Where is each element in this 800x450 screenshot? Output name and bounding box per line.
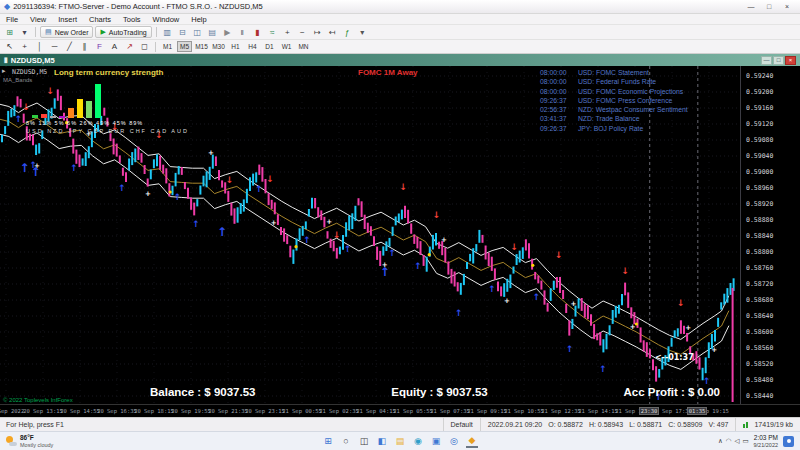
status-high: H: 0.58943 [589,421,623,428]
new-order-button[interactable]: ▤ New Order [40,26,93,38]
bar-chart-button[interactable]: ‖ [236,26,249,38]
menu-item[interactable]: File [0,15,24,24]
menu-item[interactable]: Tools [117,15,147,24]
status-help-text: For Help, press F1 [0,421,443,428]
chart-restore-button[interactable]: □ [773,56,784,65]
wifi-icon[interactable]: ◠ [726,437,732,445]
chart-shift-button[interactable]: ↤ [326,26,339,38]
svg-text:↓: ↓ [333,230,341,240]
timeframe-button[interactable]: M1 [160,41,175,52]
chart-area[interactable]: ↑↑↑↑↑↑↑↑↑↑↑↑↑↑↑↑↑↑↓↓↓↓↓↓↓↓↓↓↓↓↓+++++++++… [0,66,800,404]
toolbox-button[interactable]: ▤ [206,26,219,38]
chart-window-titlebar[interactable]: ▮ NZDUSD,M5 — □ × [0,54,800,66]
market-watch-button[interactable]: ▥ [161,26,174,38]
news-item: 03:41:37 NZD: Trade Balance [540,114,730,123]
metatrader5-icon[interactable]: ◆ [466,434,478,448]
store-icon[interactable]: ▣ [430,434,442,448]
widgets-icon[interactable]: ◧ [376,434,388,448]
time-axis-label: 21 Sep 05:55 [393,408,433,414]
status-low: L: 0.58871 [629,421,662,428]
news-item: 08:00:00 USD: Federal Funds Rate [540,77,730,86]
text-tool[interactable]: A [108,41,121,53]
svg-text:↓: ↓ [622,266,630,276]
menu-item[interactable]: View [24,15,52,24]
menu-item[interactable]: Window [147,15,186,24]
outlook-icon[interactable]: ◎ [448,434,460,448]
menu-item[interactable]: Charts [83,15,117,24]
fibonacci-tool[interactable]: F [93,41,106,53]
menu-item[interactable]: Help [185,15,212,24]
status-open: O: 0.58872 [548,421,583,428]
task-view-icon[interactable]: ◫ [358,434,370,448]
chart-window-title: NZDUSD,M5 [11,56,55,65]
zoom-out-button[interactable]: − [296,26,309,38]
tray-chevron-icon[interactable]: ∧ [718,437,723,445]
search-icon[interactable]: ○ [340,434,352,448]
weather-widget[interactable]: 86°F Mostly cloudy [6,434,53,447]
chart-close-button[interactable]: × [785,56,796,65]
data-window-button[interactable]: ⊟ [176,26,189,38]
timeframe-button[interactable]: M15 [194,41,209,52]
channel-tool[interactable]: ∥ [78,41,91,53]
file-explorer-icon[interactable]: ▤ [394,434,406,448]
period-dropdown-button[interactable]: ▾ [356,26,369,38]
price-scale[interactable]: 0.592400.592000.591600.591200.590800.590… [740,66,800,404]
candlestick-chart-button[interactable]: ▮ [251,26,264,38]
price-tick-label: 0.58760 [746,264,773,272]
menu-item[interactable]: Insert [52,15,83,24]
cursor-tool[interactable]: ↖ [3,41,16,53]
algo-trading-button[interactable]: ▶ [221,26,234,38]
time-axis[interactable]: 20 Sep 202220 Sep 13:1520 Sep 14:5520 Se… [0,404,800,417]
profile-selector[interactable]: Default [443,418,480,431]
timeframe-button[interactable]: M30 [211,41,226,52]
window-titlebar[interactable]: ◆ 2091136394: FTMO-Server - Demo Account… [0,0,800,14]
timeframe-button[interactable]: M5 [177,41,192,52]
balance-label: Balance : $ 9037.53 [150,386,256,398]
clock-time: 2:03 PM [754,434,778,441]
connection-status-icon [743,422,748,428]
zoom-in-button[interactable]: + [281,26,294,38]
autotrading-button[interactable]: ▶ AutoTrading [95,26,151,38]
window-maximize-button[interactable]: □ [760,3,778,10]
one-click-trading-button[interactable]: ▸ [2,67,6,75]
chart-minimize-button[interactable]: — [761,56,772,65]
window-close-button[interactable]: × [778,3,796,10]
line-chart-button[interactable]: ≈ [266,26,279,38]
toolbar-separator [156,27,157,37]
timeframe-button[interactable]: MN [296,41,311,52]
shapes-tool[interactable]: ◻ [138,41,151,53]
window-minimize-button[interactable]: — [742,3,760,10]
start-button[interactable]: ⊞ [322,434,334,448]
auto-scroll-button[interactable]: ↦ [311,26,324,38]
arrows-tool[interactable]: ↗ [123,41,136,53]
svg-text:↑: ↑ [533,292,541,302]
copyright-label: © 2022 Toplevels InfForex [3,397,73,403]
price-tick-label: 0.58920 [746,200,773,208]
taskbar-clock[interactable]: 2:03 PM 9/21/2022 [754,434,778,448]
navigator-button[interactable]: ◫ [191,26,204,38]
weather-icon [6,436,16,446]
svg-text:↑: ↑ [344,244,352,254]
battery-icon[interactable]: ▭ [742,437,748,445]
indicators-button[interactable]: ƒ [341,26,354,38]
strength-bars [32,80,189,118]
timeframe-button[interactable]: D1 [262,41,277,52]
time-axis-label: 20 Sep 14:55 [60,408,100,414]
currency-strength-widget: Long term currency strength 8% 11% 5% 6%… [26,68,189,134]
trendline-tool[interactable]: ╱ [63,41,76,53]
notification-badge[interactable] [783,436,794,447]
vertical-line-tool[interactable]: │ [33,41,46,53]
timeframe-button[interactable]: H4 [245,41,260,52]
volume-icon[interactable]: ◁ [734,437,739,445]
price-tick-label: 0.58440 [746,392,773,400]
new-chart-button[interactable]: ⊞ [3,26,16,38]
timeframe-button[interactable]: H1 [228,41,243,52]
horizontal-line-tool[interactable]: ─ [48,41,61,53]
timeframe-button[interactable]: W1 [279,41,294,52]
autotrading-play-icon: ▶ [100,28,105,36]
crosshair-tool[interactable]: + [18,41,31,53]
svg-text:↑: ↑ [255,184,263,194]
edge-icon[interactable]: ◉ [412,434,424,448]
toolbar-separator [155,42,156,52]
new-chart-dropdown[interactable]: ▾ [18,26,31,38]
